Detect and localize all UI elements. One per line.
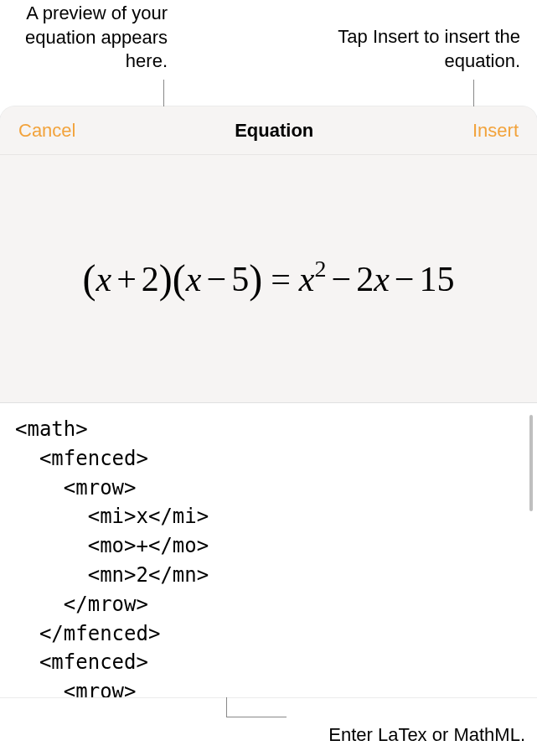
- num-2: 2: [142, 260, 159, 298]
- var-x: x: [374, 260, 390, 298]
- right-paren: ): [159, 256, 173, 301]
- left-paren: (: [173, 256, 186, 301]
- minus-op: −: [201, 260, 231, 298]
- callout-insert: Tap Insert to insert the equation.: [302, 25, 520, 73]
- var-x: x: [299, 260, 315, 298]
- num-5: 5: [231, 260, 249, 298]
- dialog-title: Equation: [235, 120, 313, 142]
- minus-op: −: [390, 260, 420, 298]
- num-2: 2: [356, 260, 374, 298]
- right-paren: ): [249, 256, 262, 301]
- cancel-button[interactable]: Cancel: [18, 120, 75, 142]
- callout-preview: A preview of your equation appears here.: [17, 2, 168, 74]
- var-x: x: [96, 260, 111, 298]
- callout-line: [226, 717, 287, 717]
- equation-preview-area: (x+2)(x−5)=x2−2x−15: [0, 155, 537, 402]
- scroll-indicator[interactable]: [529, 415, 533, 511]
- equals-op: =: [262, 260, 299, 298]
- dialog-header: Cancel Equation Insert: [0, 106, 537, 155]
- minus-op: −: [326, 260, 356, 298]
- num-15: 15: [420, 260, 455, 298]
- callout-input: Enter LaTex or MathML.: [274, 723, 525, 748]
- equation-code-input[interactable]: <math> <mfenced> <mrow> <mi>x</mi> <mo>+…: [0, 402, 537, 697]
- left-paren: (: [83, 256, 96, 301]
- equation-preview: (x+2)(x−5)=x2−2x−15: [83, 256, 455, 302]
- insert-button[interactable]: Insert: [472, 120, 519, 142]
- exponent-2: 2: [314, 256, 326, 282]
- plus-op: +: [111, 260, 142, 298]
- var-x: x: [186, 260, 202, 298]
- equation-dialog: Cancel Equation Insert (x+2)(x−5)=x2−2x−…: [0, 106, 537, 697]
